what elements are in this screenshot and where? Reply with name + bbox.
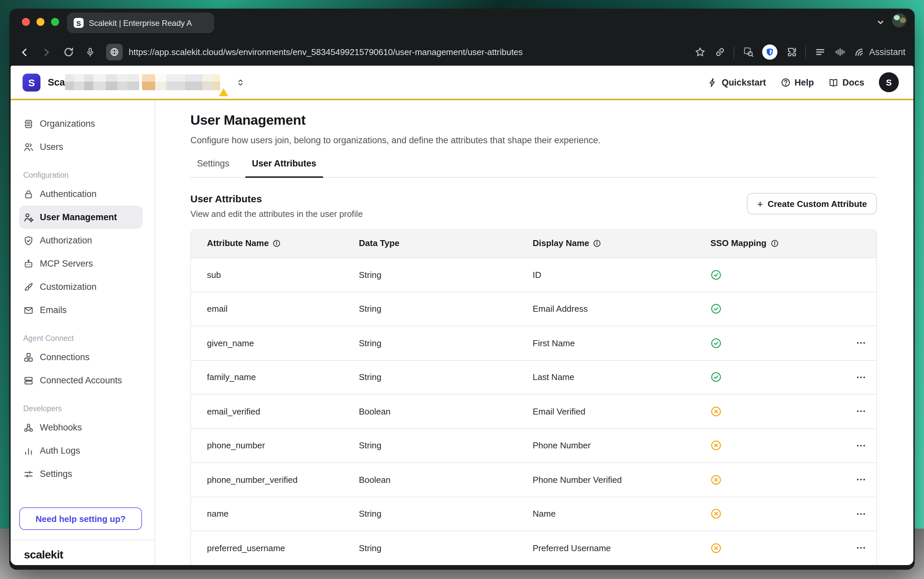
robot-icon	[23, 258, 34, 269]
assistant-wave-icon	[854, 47, 864, 57]
search-in-page-icon[interactable]	[742, 46, 754, 58]
browser-tab[interactable]: S Scalekit | Enterprise Ready A	[67, 13, 214, 33]
quickstart-button[interactable]: Quickstart	[708, 77, 766, 87]
sso-mapped-icon	[710, 303, 722, 315]
create-custom-attribute-button[interactable]: + Create Custom Attribute	[747, 193, 877, 214]
voice-waveform-icon[interactable]	[834, 46, 846, 58]
browser-profile-avatar[interactable]	[892, 13, 907, 28]
info-icon[interactable]	[273, 239, 281, 247]
docs-button[interactable]: Docs	[829, 77, 864, 87]
cell-display-name: Phone Number	[533, 441, 710, 451]
forward-button[interactable]	[41, 46, 52, 58]
info-icon[interactable]	[770, 239, 778, 247]
question-circle-icon	[780, 77, 790, 87]
cell-data-type: Boolean	[359, 475, 533, 485]
browser-toolbar: https://app.scalekit.cloud/ws/environmen…	[9, 38, 915, 65]
cell-sso-mapping	[710, 338, 850, 349]
table-row-phone-number: phone_number String Phone Number	[191, 429, 876, 463]
cell-data-type: String	[359, 338, 533, 348]
sidebar-item-connected-accounts[interactable]: Connected Accounts	[19, 369, 142, 392]
sidebar-item-webhooks[interactable]: Webhooks	[19, 416, 142, 439]
cell-sso-mapping	[710, 474, 850, 486]
cell-display-name: Email Address	[533, 304, 710, 314]
tab-title: Scalekit | Enterprise Ready A	[89, 18, 192, 28]
tab-user-attributes[interactable]: User Attributes	[245, 158, 323, 178]
row-menu-button[interactable]	[854, 507, 868, 521]
sidebar-item-mcp-servers[interactable]: MCP Servers	[19, 252, 142, 275]
cell-attribute-name: family_name	[191, 372, 359, 382]
table-row-preferred-username: preferred_username String Preferred User…	[191, 531, 876, 565]
ellipsis-icon	[856, 406, 866, 417]
tab-list-chevron-icon[interactable]	[876, 17, 886, 27]
sidebar-item-label: Emails	[40, 305, 67, 315]
sidebar-item-authorization[interactable]: Authorization	[19, 229, 142, 252]
sidebar-item-connections[interactable]: Connections	[19, 345, 142, 369]
sidebar-item-label: Authentication	[40, 189, 96, 199]
need-help-button[interactable]: Need help setting up?	[19, 507, 142, 530]
cell-data-type: String	[359, 509, 533, 519]
row-menu-button[interactable]	[854, 370, 868, 385]
cell-data-type: String	[359, 372, 533, 382]
sso-unmapped-icon	[710, 440, 722, 451]
reading-list-icon[interactable]	[814, 46, 826, 58]
row-menu-button[interactable]	[854, 473, 868, 487]
organizations-icon	[23, 118, 34, 129]
address-bar[interactable]: https://app.scalekit.cloud/ws/environmen…	[129, 47, 685, 57]
minimize-window-button[interactable]	[36, 18, 44, 26]
microphone-icon[interactable]	[84, 46, 96, 58]
workspace-name-redacted	[65, 74, 139, 90]
sidebar: Organizations UsersConfiguration Authent…	[11, 100, 155, 565]
sidebar-item-settings[interactable]: Settings	[19, 462, 142, 486]
user-gear-icon	[23, 212, 34, 222]
sidebar-item-label: Connected Accounts	[40, 375, 122, 385]
site-info-globe-icon[interactable]	[106, 44, 123, 61]
row-menu-button[interactable]	[854, 438, 868, 453]
sidebar-item-user-management[interactable]: User Management	[19, 206, 142, 229]
cell-attribute-name: name	[191, 509, 359, 519]
sidebar-item-emails[interactable]: Emails	[19, 298, 142, 322]
table-body: sub String ID email String Email Address…	[191, 258, 876, 565]
copy-link-icon[interactable]	[714, 46, 726, 58]
back-button[interactable]	[19, 46, 31, 58]
cell-sso-mapping	[710, 372, 850, 383]
reload-button[interactable]	[62, 46, 74, 58]
row-menu-button[interactable]	[854, 336, 868, 350]
extensions-puzzle-icon[interactable]	[785, 46, 797, 58]
row-menu-button[interactable]	[854, 404, 868, 419]
tab-bar: SettingsUser Attributes	[190, 158, 877, 178]
browser-window: S Scalekit | Enterprise Ready A https://…	[9, 9, 915, 570]
sidebar-item-customization[interactable]: Customization	[19, 275, 142, 298]
attributes-table: Attribute NameData TypeDisplay NameSSO M…	[190, 229, 877, 565]
tab-favicon: S	[74, 18, 83, 28]
assistant-button[interactable]: Assistant	[854, 47, 905, 57]
browser-tab-strip: S Scalekit | Enterprise Ready A	[9, 9, 915, 38]
user-avatar[interactable]: S	[879, 72, 899, 92]
workspace-switcher[interactable]: S Sca	[23, 65, 245, 99]
cell-attribute-name: given_name	[191, 338, 359, 348]
sidebar-item-users[interactable]: Users	[19, 135, 142, 159]
sso-unmapped-icon	[710, 406, 722, 417]
cell-attribute-name: phone_number	[191, 441, 359, 451]
book-icon	[829, 77, 839, 87]
cell-attribute-name: email_verified	[191, 407, 359, 417]
zoom-window-button[interactable]	[51, 18, 59, 26]
cell-row-menu	[850, 438, 876, 453]
workspace-selector-chevrons-icon	[236, 78, 245, 87]
cell-row-menu	[850, 473, 876, 487]
bookmark-star-icon[interactable]	[694, 46, 706, 58]
row-menu-button[interactable]	[854, 541, 868, 556]
cell-attribute-name: preferred_username	[191, 543, 359, 553]
cell-display-name: Phone Number Verified	[533, 475, 710, 485]
cell-display-name: Email Verified	[533, 407, 710, 417]
tab-settings[interactable]: Settings	[190, 158, 236, 178]
info-icon[interactable]	[593, 239, 601, 247]
sidebar-item-authentication[interactable]: Authentication	[19, 182, 142, 206]
cell-display-name: Last Name	[533, 372, 710, 382]
bitwarden-extension-icon[interactable]	[762, 44, 777, 60]
webhook-icon	[23, 422, 34, 433]
sidebar-section-configuration: Configuration	[23, 168, 155, 182]
help-button[interactable]: Help	[780, 77, 814, 87]
sidebar-item-auth-logs[interactable]: Auth Logs	[19, 439, 142, 462]
close-window-button[interactable]	[22, 18, 30, 26]
sidebar-item-organizations[interactable]: Organizations	[19, 112, 142, 135]
